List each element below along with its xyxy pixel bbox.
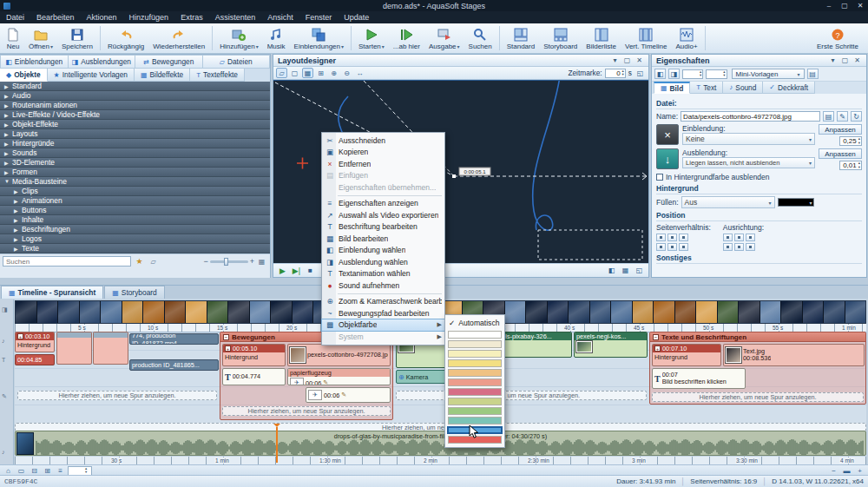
context-menu-item-sound-aufnehmen[interactable]: ●Sound aufnehmen [322, 280, 444, 292]
tree-item-inhalte[interactable]: ▶Inhalte [0, 215, 270, 225]
context-menu-item-beschriftung-bearbeiten[interactable]: TBeschriftung bearbeiten [322, 221, 444, 234]
context-menu-item-auswahl-als-video-exportieren[interactable]: ↗Auswahl als Video exportieren [322, 209, 444, 221]
collapse-icon[interactable]: + [225, 346, 231, 352]
timeline-clip[interactable]: 774, production ID_481872.mp4 [129, 333, 219, 345]
fade-in-none-icon[interactable]: × [656, 124, 679, 145]
menu-datei[interactable]: Datei [0, 11, 30, 23]
color-swatch[interactable] [448, 359, 502, 367]
maximize-icon[interactable]: ▢ [837, 1, 852, 11]
tab-bildeffekte[interactable]: ▦Bildeffekte [135, 69, 190, 82]
minimize-icon[interactable]: – [821, 1, 837, 11]
edit-icon[interactable]: ✎ [341, 392, 346, 398]
color-swatch[interactable] [448, 417, 502, 424]
fade-out-duration-spinner[interactable]: 0,01 ▴▾ [839, 161, 862, 170]
filmstrip-thumbnail[interactable] [16, 301, 37, 323]
filmstrip-thumbnail[interactable] [569, 301, 590, 323]
color-swatch[interactable] [448, 331, 502, 339]
file-name-input[interactable] [681, 111, 820, 122]
fill-dropdown[interactable]: Aus▾ [681, 196, 775, 208]
aspect-ratio-button[interactable] [667, 234, 677, 241]
context-menu-item-kopieren[interactable]: ▣Kopieren [322, 147, 444, 159]
alignment-button[interactable] [746, 243, 755, 251]
alignment-button[interactable] [734, 243, 744, 251]
color-swatch[interactable] [448, 378, 502, 386]
filmstrip-thumbnail[interactable] [250, 301, 272, 323]
preset-dropdown[interactable]: Mini-Vorlagen▾ [732, 69, 805, 79]
apply-right-icon[interactable]: ◨ [668, 69, 680, 79]
filmstrip-thumbnail[interactable] [228, 301, 250, 323]
fade-out-adjust-button[interactable]: Anpassen [819, 148, 862, 159]
context-menu-item-entfernen[interactable]: ×Entfernen [322, 158, 444, 170]
color-swatch[interactable] [448, 407, 502, 415]
filmstrip-thumbnail[interactable] [186, 301, 207, 323]
timeline-clip[interactable]: +00:03.10Hintergrund [15, 332, 55, 352]
context-menu-item-ausblendung-w-hlen[interactable]: ◨Ausblendung wählen [322, 256, 444, 268]
tree-item-formen[interactable]: ▶Formen [0, 168, 270, 177]
color-swatch[interactable] [448, 436, 502, 444]
alignment-button[interactable] [723, 243, 733, 251]
context-menu-item-eigenschaften-bernehmen-[interactable]: Eigenschaften übernehmen... [322, 181, 444, 194]
tab-dateien[interactable]: ▱Dateien [203, 55, 271, 69]
fade-in-value[interactable]: Keine▾ [682, 133, 815, 145]
timeline-clip[interactable]: 00:04.85 [15, 354, 55, 365]
fullscreen-icon[interactable]: ◱ [635, 68, 646, 78]
tab-sound[interactable]: ♪Sound [723, 82, 763, 94]
ribbon-button-bilderliste[interactable]: Bilderliste [582, 24, 621, 53]
ribbon-button-standard[interactable]: Standard [503, 24, 539, 53]
edit-icon[interactable]: ✎ [323, 379, 328, 385]
snap-toggle[interactable]: ⊞ [315, 68, 326, 78]
tree-item-texte[interactable]: ▶Texte [0, 244, 270, 253]
aspect-ratio-button[interactable] [679, 234, 688, 241]
filmstrip-thumbnail[interactable] [675, 301, 697, 323]
select-tool[interactable]: ▱ [276, 68, 287, 78]
timeline-clip[interactable]: ✈00:06✎ [306, 387, 391, 403]
filmstrip-thumbnail[interactable] [80, 301, 102, 323]
zoom-out-tool[interactable]: ⊖ [341, 68, 352, 78]
filmstrip-thumbnail[interactable] [590, 301, 612, 323]
grid-toggle[interactable]: ▦ [302, 68, 313, 78]
menu-aktionen[interactable]: Aktionen [81, 11, 123, 23]
ribbon-button-starten[interactable]: Starten▾ [354, 24, 389, 53]
pin-icon[interactable]: ▾ [610, 56, 620, 64]
tree-item-media-bausteine[interactable]: ▼Media-Bausteine [0, 177, 270, 187]
timeline-clip[interactable]: pexels-cottonbro-4972708.jpg [287, 344, 391, 366]
timeline-clip[interactable] [93, 332, 128, 365]
new-track-drop-hint[interactable]: Hierher ziehen, um neue Spur anzulegen. [222, 406, 391, 416]
play-from-here-button[interactable]: ▶| [291, 266, 302, 276]
tree-item-sounds[interactable]: ▶Sounds [0, 148, 270, 158]
filmstrip-thumbnail[interactable] [526, 301, 548, 323]
color-automatic-item[interactable]: ✓ Automatisch [447, 317, 503, 329]
play-button[interactable]: ▶ [277, 266, 288, 276]
ribbon-button-r-ckg-ngig[interactable]: Rückgängig [103, 24, 148, 53]
context-menu-item-bild-bearbeiten[interactable]: ▦Bild bearbeiten [322, 233, 444, 245]
filmstrip-thumbnail[interactable] [739, 301, 760, 323]
tree-item-logos[interactable]: ▶Logos [0, 234, 270, 244]
stop-button[interactable]: ■ [305, 266, 316, 276]
filmstrip-thumbnail[interactable] [548, 301, 569, 323]
tree-item-audio[interactable]: ▶Audio [0, 91, 270, 101]
zoom-in-tool[interactable]: ⊕ [328, 68, 339, 78]
collapse-icon[interactable]: + [17, 333, 23, 339]
fade-to-background-checkbox[interactable] [656, 174, 663, 181]
browse-file-icon[interactable]: ▤ [823, 111, 834, 122]
search-input[interactable] [3, 256, 131, 267]
playhead-marker[interactable] [276, 427, 278, 463]
float-icon[interactable]: ▢ [622, 56, 632, 64]
track-icon-1[interactable]: ◨ [2, 306, 8, 313]
thumbnail-size-slider[interactable] [210, 260, 248, 263]
ribbon-button-musik[interactable]: Musik [263, 24, 290, 53]
timeline-clip[interactable]: T00:04.774 [222, 368, 286, 385]
tree-item-layouts[interactable]: ▶Layouts [0, 129, 270, 139]
ribbon-button-speichern[interactable]: Speichern [57, 24, 97, 53]
favorites-star-icon[interactable]: ★ [134, 256, 145, 267]
track-icon-3[interactable]: T [2, 357, 5, 363]
context-menu-item-einf-gen[interactable]: ▤Einfügen [322, 170, 444, 182]
tab-einblendungen[interactable]: ◧Einblendungen [0, 55, 69, 69]
ribbon-button--ab-hier[interactable]: ...ab hier [389, 24, 424, 53]
tab-texteffekte[interactable]: TTexteffekte [190, 69, 245, 82]
tree-item-clips[interactable]: ▶Clips [0, 187, 270, 196]
float-icon[interactable]: ▢ [840, 56, 850, 64]
aspect-ratio-button[interactable] [679, 243, 688, 251]
new-track-drop-hint[interactable]: Hierher ziehen, um neue Spur anzulegen. [396, 391, 647, 400]
zoom-out-icon[interactable]: − [203, 257, 207, 266]
